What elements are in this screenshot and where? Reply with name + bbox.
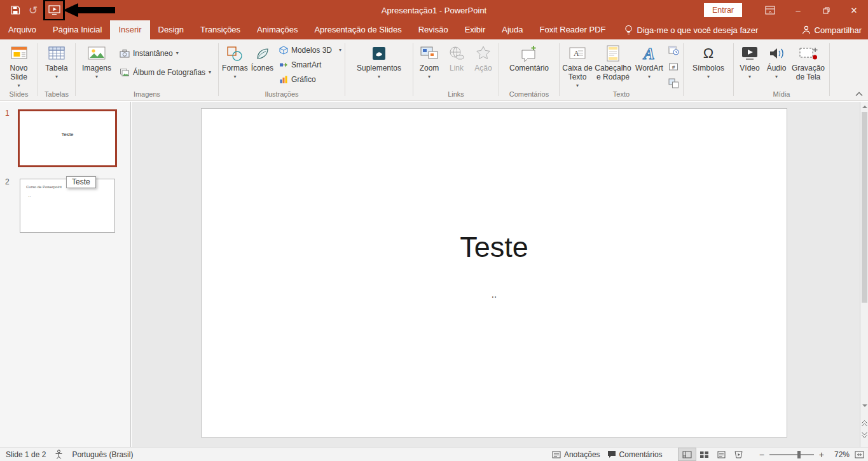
symbols-button[interactable]: Ω Símbolos ▾ xyxy=(691,41,726,79)
ribbon-group-simbolos: Ω Símbolos ▾ xyxy=(684,41,733,100)
new-slide-icon xyxy=(10,43,29,64)
group-separator xyxy=(829,43,830,96)
table-label: Tabela xyxy=(45,64,67,73)
minimize-button[interactable]: – xyxy=(784,0,812,20)
slide1-thumbnail[interactable]: Teste xyxy=(18,109,117,167)
tab-exibir[interactable]: Exibir xyxy=(457,20,494,39)
collapse-ribbon-button[interactable] xyxy=(855,89,863,99)
audio-icon xyxy=(768,43,785,64)
ribbon: Novo Slide ▾ Slides Tabela ▾ Tabelas xyxy=(0,39,868,101)
zoom-level[interactable]: 72% xyxy=(829,450,850,459)
scroll-down-button[interactable] xyxy=(860,401,868,410)
zoom-label: Zoom xyxy=(420,64,439,73)
zoom-slider[interactable] xyxy=(769,454,814,455)
vertical-scrollbar[interactable] xyxy=(860,102,868,447)
ribbon-group-midia: Vídeo ▾ Áudio ▾ Gravação de Tela xyxy=(734,41,829,100)
zoom-in-button[interactable]: + xyxy=(819,450,824,459)
titlebar-controls: Entrar – ✕ xyxy=(704,0,868,20)
scroll-up-button[interactable] xyxy=(860,102,868,111)
person-icon xyxy=(802,25,811,34)
slide-number-button[interactable]: # xyxy=(666,60,682,73)
tab-transicoes[interactable]: Transições xyxy=(192,20,249,39)
chart-button[interactable]: Gráfico xyxy=(277,74,319,85)
tab-design[interactable]: Design xyxy=(150,20,192,39)
chart-icon xyxy=(279,75,288,84)
language-button[interactable]: Português (Brasil) xyxy=(72,450,133,459)
add-ins-button[interactable]: Suplementos ▾ xyxy=(355,41,403,79)
tab-revisao[interactable]: Revisão xyxy=(410,20,457,39)
ribbon-display-options-button[interactable] xyxy=(756,0,784,20)
date-time-button[interactable] xyxy=(666,44,682,57)
normal-view-button[interactable] xyxy=(679,448,696,460)
maximize-button[interactable] xyxy=(812,0,840,20)
undo-button[interactable]: ↺ xyxy=(24,1,42,19)
dropdown-arrow-icon: ▾ xyxy=(95,74,98,79)
tab-pagina-inicial[interactable]: Página Inicial xyxy=(45,20,110,39)
screenshot-button[interactable]: Instantâneo ▾ xyxy=(117,48,181,59)
tab-apresentacao-de-slides[interactable]: Apresentação de Slides xyxy=(306,20,410,39)
slide-subtitle-text[interactable]: .. xyxy=(202,289,787,299)
comment-button[interactable]: Comentário xyxy=(507,41,551,73)
pictures-button[interactable]: Imagens ▾ xyxy=(79,41,114,79)
sign-in-button[interactable]: Entrar xyxy=(704,3,742,17)
reading-view-button[interactable] xyxy=(713,448,730,460)
statusbar-right: Anotações Comentários xyxy=(552,448,864,460)
next-slide-button[interactable] xyxy=(860,430,868,439)
icons-label: Ícones xyxy=(251,64,273,73)
comments-button[interactable]: Comentários xyxy=(607,450,663,459)
audio-button[interactable]: Áudio ▾ xyxy=(763,41,790,79)
zoom-out-button[interactable]: − xyxy=(759,450,764,459)
3d-models-label: Modelos 3D xyxy=(291,46,332,55)
photo-album-button[interactable]: Álbum de Fotografias ▾ xyxy=(117,67,214,78)
shapes-button[interactable]: Formas ▾ xyxy=(221,41,249,79)
smartart-button[interactable]: SmartArt xyxy=(277,59,324,71)
close-button[interactable]: ✕ xyxy=(840,0,868,20)
3d-models-button[interactable]: Modelos 3D ▾ xyxy=(277,45,344,56)
new-slide-button[interactable]: Novo Slide ▾ xyxy=(3,41,35,88)
icons-button[interactable]: Ícones xyxy=(249,41,275,73)
start-from-beginning-button[interactable] xyxy=(45,1,63,19)
slide-counter[interactable]: Slide 1 de 2 xyxy=(6,450,46,459)
group-label-tabelas: Tabelas xyxy=(39,90,74,100)
text-box-button[interactable]: A Caixa de Texto ▾ xyxy=(561,41,593,88)
comment-label: Comentário xyxy=(509,64,549,73)
slideshow-view-button[interactable] xyxy=(730,448,747,460)
annotation-highlight-box xyxy=(43,0,65,21)
header-footer-button[interactable]: Cabeçalho e Rodapé xyxy=(593,41,633,82)
screen-recording-button[interactable]: Gravação de Tela xyxy=(790,41,827,82)
zoom-button[interactable]: Zoom ▾ xyxy=(415,41,443,79)
group-separator xyxy=(218,43,219,96)
tellme-box[interactable]: Diga-me o que você deseja fazer xyxy=(624,20,759,39)
scrollbar-thumb[interactable] xyxy=(862,112,867,303)
action-button: Ação xyxy=(470,41,497,73)
reading-view-icon xyxy=(717,451,726,458)
slide-sorter-view-button[interactable] xyxy=(696,448,713,460)
tab-foxit-reader-pdf[interactable]: Foxit Reader PDF xyxy=(531,20,614,39)
tab-ajuda[interactable]: Ajuda xyxy=(493,20,531,39)
powerpoint-window: ↺ ▾ Apresentação1 - PowerPoint Entrar – … xyxy=(0,0,868,461)
slide-canvas[interactable]: Teste .. xyxy=(201,108,787,437)
notes-button[interactable]: Anotações xyxy=(552,450,600,459)
notes-label: Anotações xyxy=(564,450,600,459)
minimize-icon: – xyxy=(796,6,800,15)
group-separator xyxy=(733,43,734,96)
previous-slide-button[interactable] xyxy=(860,419,868,428)
zoom-slider-thumb[interactable] xyxy=(797,451,801,458)
slide-title-text[interactable]: Teste xyxy=(202,231,787,264)
statusbar: Slide 1 de 2 Português (Brasil) Anotaçõe… xyxy=(0,447,868,461)
save-button[interactable] xyxy=(6,1,24,19)
table-button[interactable]: Tabela ▾ xyxy=(41,41,72,79)
object-button[interactable] xyxy=(666,77,682,90)
tab-animacoes[interactable]: Animações xyxy=(249,20,306,39)
share-button[interactable]: Compartilhar xyxy=(802,20,862,39)
group-separator xyxy=(683,43,684,96)
comment-bubble-icon xyxy=(607,450,616,458)
date-time-icon xyxy=(668,45,679,55)
video-button[interactable]: Vídeo ▾ xyxy=(736,41,763,79)
tab-arquivo[interactable]: Arquivo xyxy=(0,20,45,39)
tab-inserir[interactable]: Inserir xyxy=(110,20,149,39)
accessibility-button[interactable] xyxy=(55,450,63,459)
wordart-button[interactable]: A WordArt ▾ xyxy=(633,41,666,79)
ribbon-tab-row: Arquivo Página Inicial Inserir Design Tr… xyxy=(0,20,868,39)
fit-slide-button[interactable] xyxy=(855,451,864,458)
